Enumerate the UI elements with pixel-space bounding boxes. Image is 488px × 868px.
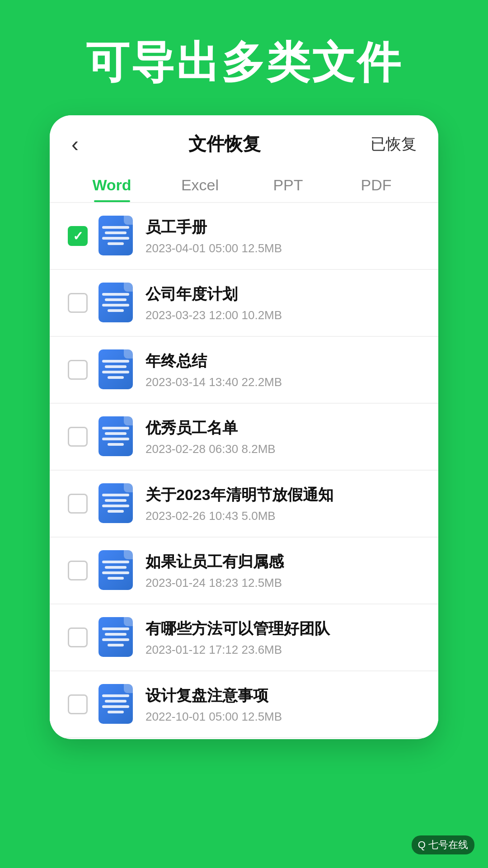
file-info: 优秀员工名单2023-02-28 06:30 8.2MB: [145, 418, 420, 456]
page-title: 文件恢复: [188, 132, 261, 156]
file-info: 有哪些方法可以管理好团队2023-01-12 17:12 23.6MB: [145, 618, 420, 657]
file-icon: [99, 550, 135, 591]
tab-pdf[interactable]: PDF: [332, 167, 420, 202]
file-name: 年终总结: [145, 351, 420, 372]
phone-container: ‹ 文件恢复 已恢复 Word Excel PPT PDF 员: [50, 115, 438, 739]
file-name: 员工手册: [145, 217, 420, 238]
file-icon: [99, 216, 135, 256]
file-checkbox[interactable]: [68, 427, 88, 447]
file-checkbox[interactable]: [68, 226, 88, 246]
recovered-action[interactable]: 已恢复: [371, 134, 417, 155]
file-name: 公司年度计划: [145, 284, 420, 305]
back-button[interactable]: ‹: [71, 133, 79, 155]
file-icon: [99, 617, 135, 658]
file-item[interactable]: 如果让员工有归属感2023-01-24 18:23 12.5MB: [50, 538, 438, 604]
file-info: 设计复盘注意事项2022-10-01 05:00 12.5MB: [145, 685, 420, 724]
phone-header: ‹ 文件恢复 已恢复: [50, 115, 438, 167]
file-meta: 2023-01-24 18:23 12.5MB: [145, 576, 420, 590]
file-icon: [99, 283, 135, 323]
file-meta: 2023-03-23 12:00 10.2MB: [145, 308, 420, 322]
file-meta: 2023-03-14 13:40 22.2MB: [145, 375, 420, 389]
file-item[interactable]: 有哪些方法可以管理好团队2023-01-12 17:12 23.6MB: [50, 604, 438, 671]
file-item[interactable]: 员工手册2023-04-01 05:00 12.5MB: [50, 203, 438, 270]
tab-ppt[interactable]: PPT: [244, 167, 332, 202]
hero-title: 可导出多类文件: [0, 0, 488, 115]
file-meta: 2022-10-01 05:00 12.5MB: [145, 710, 420, 724]
file-checkbox[interactable]: [68, 494, 88, 514]
file-item[interactable]: 设计复盘注意事项2022-10-01 05:00 12.5MB: [50, 671, 438, 738]
file-list: 员工手册2023-04-01 05:00 12.5MB 公司年度计划2023-0…: [50, 203, 438, 738]
file-meta: 2023-02-26 10:43 5.0MB: [145, 509, 420, 523]
file-checkbox[interactable]: [68, 360, 88, 380]
file-info: 员工手册2023-04-01 05:00 12.5MB: [145, 217, 420, 255]
file-item[interactable]: 公司年度计划2023-03-23 12:00 10.2MB: [50, 270, 438, 337]
file-item[interactable]: 年终总结2023-03-14 13:40 22.2MB: [50, 337, 438, 404]
file-icon: [99, 349, 135, 390]
file-name: 设计复盘注意事项: [145, 685, 420, 706]
file-meta: 2023-01-12 17:12 23.6MB: [145, 643, 420, 657]
file-checkbox[interactable]: [68, 561, 88, 580]
page-wrapper: 可导出多类文件 ‹ 文件恢复 已恢复 Word Excel PPT PDF: [0, 0, 488, 868]
file-info: 年终总结2023-03-14 13:40 22.2MB: [145, 351, 420, 389]
file-name: 关于2023年清明节放假通知: [145, 485, 420, 505]
tab-bar: Word Excel PPT PDF: [50, 167, 438, 203]
file-icon: [99, 483, 135, 524]
file-item[interactable]: 优秀员工名单2023-02-28 06:30 8.2MB: [50, 404, 438, 471]
file-name: 如果让员工有归属感: [145, 552, 420, 572]
file-meta: 2023-04-01 05:00 12.5MB: [145, 241, 420, 255]
file-icon: [99, 684, 135, 725]
file-name: 优秀员工名单: [145, 418, 420, 439]
file-info: 如果让员工有归属感2023-01-24 18:23 12.5MB: [145, 552, 420, 590]
file-checkbox[interactable]: [68, 627, 88, 647]
file-name: 有哪些方法可以管理好团队: [145, 618, 420, 639]
file-checkbox[interactable]: [68, 694, 88, 714]
tab-excel[interactable]: Excel: [156, 167, 244, 202]
file-info: 公司年度计划2023-03-23 12:00 10.2MB: [145, 284, 420, 322]
file-meta: 2023-02-28 06:30 8.2MB: [145, 442, 420, 456]
tab-word[interactable]: Word: [68, 167, 156, 202]
file-icon: [99, 416, 135, 457]
file-checkbox[interactable]: [68, 293, 88, 313]
file-info: 关于2023年清明节放假通知2023-02-26 10:43 5.0MB: [145, 485, 420, 523]
file-item[interactable]: 关于2023年清明节放假通知2023-02-26 10:43 5.0MB: [50, 471, 438, 538]
watermark-label: Q 七号在线: [412, 835, 474, 854]
